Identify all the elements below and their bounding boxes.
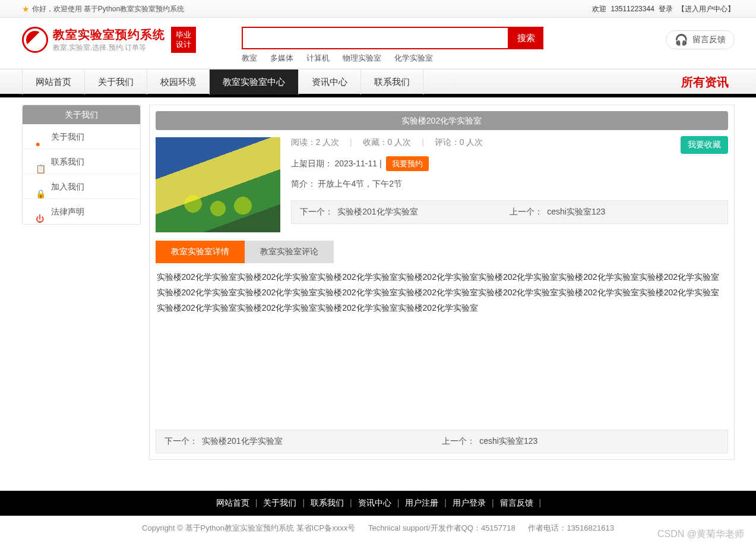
prev-link[interactable]: ceshi实验室123 — [547, 207, 605, 216]
nav-item[interactable]: 联系我们 — [361, 70, 423, 94]
headset-icon: 🎧 — [675, 33, 688, 46]
copyright: Copyright © 基于Python教室实验室预约系统 某省ICP备xxxx… — [142, 523, 355, 532]
fav-value: 0 人次 — [388, 137, 412, 147]
greeting-text: 你好，欢迎使用 基于Python教室实验室预约系统 — [32, 0, 185, 18]
intro-value: 开放上午4节，下午2节 — [318, 179, 402, 188]
site-subtitle: 教室.实验室.选择.预约.订单等 — [53, 43, 165, 53]
site-title: 教室实验室预约系统 — [53, 27, 165, 43]
grad-badge: 毕业 设计 — [171, 27, 196, 53]
tab[interactable]: 教室实验室评论 — [245, 241, 334, 263]
comment-value: 0 人次 — [460, 137, 483, 147]
next-link[interactable]: 实验楼201化学实验室 — [337, 207, 417, 216]
nav-all-news[interactable]: 所有资讯 — [681, 70, 735, 94]
nav-item[interactable]: 关于我们 — [85, 70, 147, 94]
footer-info: Copyright © 基于Python教室实验室预约系统 某省ICP备xxxx… — [0, 516, 756, 545]
intro-label: 简介： — [291, 179, 316, 188]
footer-link[interactable]: 网站首页 — [216, 498, 249, 507]
prev-label-bottom: 上一个： — [442, 436, 475, 446]
sidebar-item[interactable]: 📋联系我们 — [23, 149, 140, 174]
favorite-button[interactable]: 我要收藏 — [681, 136, 728, 154]
sidebar-about: 关于我们 ●关于我们📋联系我们🔒加入我们⏻法律声明 — [22, 105, 141, 225]
contact-icon: 📋 — [36, 156, 45, 166]
author-tel: 作者电话：13516821613 — [528, 523, 614, 532]
footer-nav: 网站首页|关于我们|联系我们|资讯中心|用户注册|用户登录|留言反馈| — [0, 491, 756, 516]
sidebar-item-label: 加入我们 — [51, 182, 84, 191]
footer-link[interactable]: 联系我们 — [311, 498, 344, 507]
search-quick-links: 教室多媒体计算机物理实验室化学实验室 — [242, 53, 616, 64]
footer-link[interactable]: 用户注册 — [405, 498, 438, 507]
footer-link[interactable]: 关于我们 — [263, 498, 296, 507]
read-label: 阅读： — [291, 137, 316, 147]
detail-tabs: 教室实验室详情教室实验室评论 — [156, 241, 728, 263]
feedback-label: 留言反馈 — [692, 34, 726, 45]
login-link[interactable]: 登录 — [659, 5, 673, 13]
lab-thumbnail — [156, 137, 280, 232]
search-input[interactable] — [242, 27, 509, 49]
tech-support: Technical support/开发作者QQ：45157718 — [368, 523, 515, 532]
footer-link[interactable]: 留言反馈 — [500, 498, 533, 507]
content-panel: 实验楼202化学实验室 阅读：2 人次 | 收藏：0 人次 | 评论：0 人次 … — [149, 105, 735, 460]
sidebar-item-label: 法律声明 — [51, 207, 84, 216]
tab[interactable]: 教室实验室详情 — [156, 241, 245, 263]
fav-label: 收藏： — [363, 137, 388, 147]
sidebar-item-label: 联系我们 — [51, 157, 84, 166]
sidebar-item-label: 关于我们 — [51, 132, 84, 141]
search-button[interactable]: 搜索 — [509, 27, 543, 49]
stats-row: 阅读：2 人次 | 收藏：0 人次 | 评论：0 人次 — [291, 137, 728, 148]
nav-item[interactable]: 网站首页 — [22, 70, 85, 94]
description-text: 实验楼202化学实验室实验楼202化学实验室实验楼202化学实验室实验楼202化… — [156, 263, 728, 424]
search-link[interactable]: 计算机 — [306, 53, 330, 62]
next-link-bottom[interactable]: 实验楼201化学实验室 — [202, 436, 282, 446]
next-label-bottom: 下一个： — [165, 436, 198, 446]
book-button[interactable]: 我要预约 — [386, 156, 429, 171]
nav-item[interactable]: 校园环境 — [147, 70, 210, 94]
prev-link-bottom[interactable]: ceshi实验室123 — [479, 436, 537, 446]
page-title: 实验楼202化学实验室 — [156, 111, 728, 130]
sidebar-title: 关于我们 — [23, 105, 140, 124]
read-value: 2 人次 — [316, 137, 340, 147]
star-icon: ★ — [22, 0, 30, 18]
welcome-label: 欢迎 — [592, 5, 606, 13]
main-nav: 网站首页关于我们校园环境教室实验室中心资讯中心联系我们 — [22, 70, 423, 94]
nav-item[interactable]: 资讯中心 — [299, 70, 361, 94]
search-link[interactable]: 教室 — [242, 53, 257, 62]
join-icon: 🔒 — [36, 181, 45, 191]
date-label: 上架日期： — [291, 159, 333, 168]
usercenter-link[interactable]: 【进入用户中心】 — [678, 5, 735, 13]
logo-area[interactable]: 教室实验室预约系统 教室.实验室.选择.预约.订单等 毕业 设计 — [22, 27, 242, 53]
sidebar-item[interactable]: ●关于我们 — [23, 124, 140, 149]
footer-link[interactable]: 用户登录 — [453, 498, 486, 507]
search-link[interactable]: 化学实验室 — [394, 53, 433, 62]
footer-link[interactable]: 资讯中心 — [358, 498, 391, 507]
info-icon: ● — [36, 131, 45, 141]
sidebar-item[interactable]: ⏻法律声明 — [23, 199, 140, 224]
feedback-button[interactable]: 🎧 留言反馈 — [666, 30, 735, 49]
user-phone: 13511223344 — [611, 5, 654, 13]
sidebar-item[interactable]: 🔒加入我们 — [23, 174, 140, 199]
legal-icon: ⏻ — [36, 206, 45, 216]
date-value: 2023-11-11 — [334, 159, 377, 168]
search-link[interactable]: 多媒体 — [270, 53, 293, 62]
topbar: ★ 你好，欢迎使用 基于Python教室实验室预约系统 欢迎 135112233… — [0, 0, 756, 18]
search-link[interactable]: 物理实验室 — [343, 53, 381, 62]
prev-label: 上一个： — [510, 207, 543, 216]
comment-label: 评论： — [435, 137, 460, 147]
next-label: 下一个： — [300, 207, 333, 216]
logo-icon — [22, 27, 48, 53]
nav-item[interactable]: 教室实验室中心 — [210, 70, 299, 94]
